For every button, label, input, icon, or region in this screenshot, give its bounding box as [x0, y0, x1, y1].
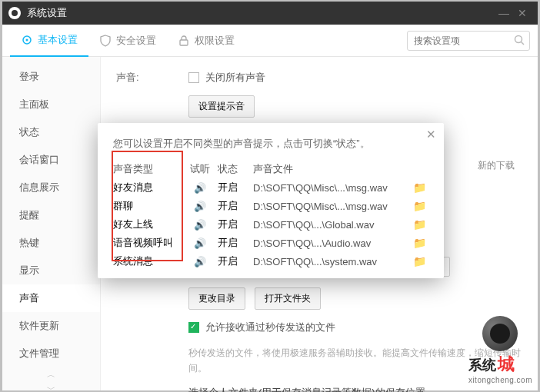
- row-state[interactable]: 开启: [218, 181, 253, 194]
- shield-icon: [99, 35, 112, 47]
- watermark-logo: 系统城 xitongcheng.com: [468, 316, 532, 384]
- svg-line-4: [522, 42, 525, 45]
- folder-icon[interactable]: 📁: [413, 181, 426, 194]
- sidebar-item-info[interactable]: 信息展示: [2, 174, 100, 201]
- search-input[interactable]: [407, 31, 530, 51]
- close-all-sound-checkbox[interactable]: [188, 72, 199, 83]
- open-folder-button[interactable]: 打开文件夹: [255, 287, 321, 310]
- sidebar-up-icon[interactable]: ︿: [2, 367, 100, 382]
- sidebar-item-hotkey[interactable]: 热键: [2, 229, 100, 257]
- tab-basic[interactable]: 基本设置: [10, 25, 88, 57]
- folder-icon[interactable]: 📁: [413, 237, 426, 249]
- row-file: D:\SOFT\QQ\Misc\...\msg.wav: [253, 182, 410, 194]
- speaker-icon[interactable]: 🔊: [194, 238, 206, 249]
- search-icon[interactable]: [513, 34, 527, 48]
- dialog-close-button[interactable]: ✕: [426, 128, 436, 141]
- tab-bar: 基本设置 安全设置 权限设置: [2, 25, 538, 57]
- close-button[interactable]: ✕: [513, 7, 532, 19]
- sidebar-item-chat[interactable]: 会话窗口: [2, 146, 100, 174]
- choose-folder-label: 选择个人文件夹(用于保存消息记录等数据)的保存位置。: [188, 386, 522, 392]
- row-file: D:\SOFT\QQ\...\system.wav: [253, 256, 410, 267]
- logo-gear-icon: [482, 316, 518, 351]
- search-wrap: [407, 31, 530, 51]
- row-type: 群聊: [113, 199, 182, 213]
- sidebar-item-remind[interactable]: 提醒: [2, 201, 100, 229]
- sidebar-item-file[interactable]: 文件管理: [2, 340, 100, 367]
- row-type: 语音视频呼叫: [113, 236, 182, 250]
- folder-icon[interactable]: 📁: [413, 218, 426, 231]
- row-file: D:\SOFT\QQ\...\Global.wav: [253, 219, 410, 231]
- close-all-sound-label: 关闭所有声音: [205, 71, 265, 85]
- sidebar-item-status[interactable]: 状态: [2, 118, 100, 146]
- folder-icon[interactable]: 📁: [413, 255, 426, 267]
- sidebar-item-update[interactable]: 软件更新: [2, 312, 100, 340]
- titlebar: 系统设置 — ✕: [2, 2, 538, 25]
- allow-fast-label: 允许接收通过秒传发送的文件: [205, 321, 335, 334]
- row-type: 好友上线: [113, 218, 182, 231]
- row-state[interactable]: 开启: [218, 199, 253, 213]
- lock-icon: [178, 35, 190, 47]
- qq-penguin-icon: [8, 7, 21, 19]
- svg-point-1: [26, 38, 28, 41]
- row-file: D:\SOFT\QQ\...\Audio.wav: [253, 238, 410, 249]
- speaker-icon[interactable]: 🔊: [194, 256, 206, 267]
- row-state[interactable]: 开启: [218, 218, 253, 231]
- sound-label: 声音:: [116, 71, 162, 85]
- sidebar-item-display[interactable]: 显示: [2, 257, 100, 284]
- sidebar-item-mainpanel[interactable]: 主面板: [2, 91, 100, 118]
- row-file: D:\SOFT\QQ\Misc\...\msg.wav: [253, 201, 410, 212]
- tab-privilege-label: 权限设置: [195, 34, 235, 48]
- tab-basic-label: 基本设置: [38, 33, 78, 47]
- svg-rect-2: [180, 40, 188, 45]
- window-title: 系统设置: [27, 6, 67, 20]
- sidebar-down-icon[interactable]: ﹀: [2, 382, 100, 392]
- tab-security-label: 安全设置: [116, 34, 156, 48]
- set-sound-button[interactable]: 设置提示音: [188, 95, 255, 118]
- th-listen: 试听: [182, 162, 218, 176]
- row-state[interactable]: 开启: [218, 236, 253, 250]
- th-state: 状态: [218, 162, 253, 176]
- th-file: 声音文件: [253, 162, 410, 176]
- tab-privilege[interactable]: 权限设置: [167, 25, 245, 57]
- change-dir-button[interactable]: 更改目录: [188, 287, 245, 310]
- sidebar: 登录 主面板 状态 会话窗口 信息展示 提醒 热键 显示 声音 软件更新 文件管…: [2, 57, 101, 390]
- sidebar-item-sound[interactable]: 声音: [2, 284, 100, 312]
- row-state[interactable]: 开启: [218, 254, 253, 268]
- gear-icon: [21, 34, 33, 46]
- svg-point-3: [515, 35, 522, 42]
- allow-fast-checkbox[interactable]: [188, 322, 199, 333]
- row-type: 好友消息: [113, 181, 182, 194]
- th-type: 声音类型: [113, 162, 182, 176]
- row-type: 系统消息: [113, 254, 182, 268]
- speaker-icon[interactable]: 🔊: [194, 182, 206, 194]
- folder-icon[interactable]: 📁: [413, 200, 426, 212]
- sidebar-item-login[interactable]: 登录: [2, 63, 100, 91]
- dialog-tip: 您可以设置开启不同类型的声音提示，点击可切换“状态”。: [113, 137, 428, 151]
- speaker-icon[interactable]: 🔊: [194, 219, 206, 231]
- minimize-button[interactable]: —: [495, 7, 513, 19]
- speaker-icon[interactable]: 🔊: [194, 201, 206, 212]
- tab-security[interactable]: 安全设置: [88, 25, 167, 57]
- sound-dialog: ✕ 您可以设置开启不同类型的声音提示，点击可切换“状态”。 声音类型 试听 状态…: [98, 123, 444, 278]
